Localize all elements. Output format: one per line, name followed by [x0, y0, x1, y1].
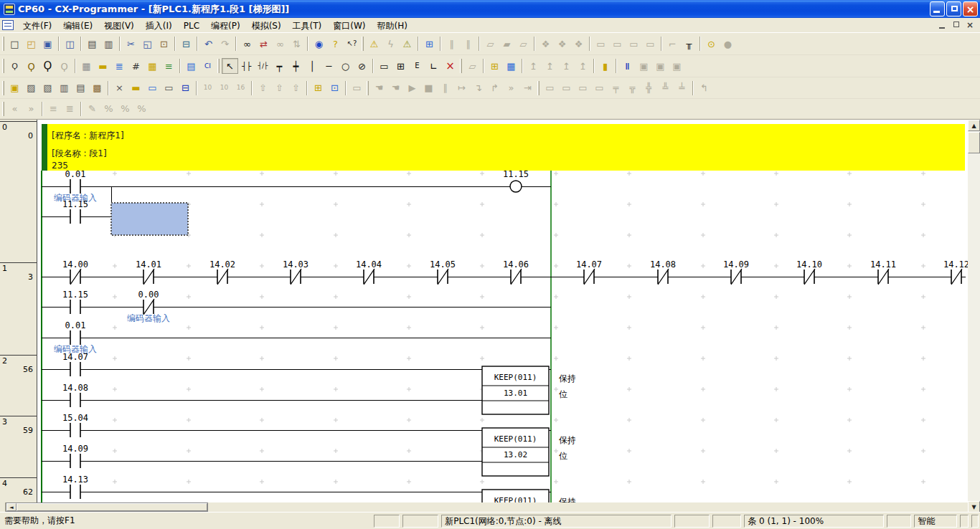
mnemonic-view-button[interactable]: ▤: [183, 58, 199, 74]
comment-list-button[interactable]: ▬: [128, 80, 144, 96]
menu-item-simulation[interactable]: 模拟(S): [246, 19, 287, 32]
instruction-button[interactable]: ▭: [376, 58, 392, 74]
ladder-view-button[interactable]: ▭: [144, 80, 161, 96]
open-button[interactable]: ◰: [23, 36, 39, 52]
local-symbols-button[interactable]: ▤: [72, 80, 89, 96]
copy-button[interactable]: ◱: [139, 36, 156, 52]
compile-check-button[interactable]: ⚠: [366, 36, 382, 52]
comment-tag-button[interactable]: ▬: [95, 58, 111, 74]
access-rights-button[interactable]: ⊙: [703, 36, 720, 52]
close-button[interactable]: ×: [963, 1, 978, 16]
io-comment-button[interactable]: #: [128, 58, 144, 74]
memory-view-button[interactable]: ⊟: [177, 80, 194, 96]
compile-all-button[interactable]: ⚠: [399, 36, 415, 52]
section-banner[interactable]: [42, 124, 965, 171]
toolbar-grip[interactable]: [362, 37, 364, 51]
toolbar-grip[interactable]: [217, 59, 220, 73]
menu-item-program[interactable]: 编程(P): [205, 19, 246, 32]
simulator-online-button[interactable]: ⊞: [421, 36, 438, 52]
zoom-fit-button[interactable]: Ϙ: [6, 58, 23, 74]
toolbar-grip[interactable]: [2, 37, 4, 51]
toolbar-grip[interactable]: [460, 59, 462, 73]
rung-header-2[interactable]: 256: [0, 355, 37, 416]
scroll-left-arrow-icon[interactable]: ◄: [6, 503, 17, 511]
minimize-button[interactable]: [930, 1, 945, 16]
ci-view-button[interactable]: CI: [199, 58, 216, 74]
closed-coil-button[interactable]: ⊘: [354, 58, 370, 74]
zoom-custom-button[interactable]: Ϙ: [23, 58, 39, 74]
block-program-button[interactable]: E: [409, 58, 425, 74]
replace-button[interactable]: ⇄: [255, 36, 272, 52]
menu-item-insert[interactable]: 插入(I): [140, 19, 178, 32]
delete-tool-button[interactable]: ×: [442, 58, 458, 74]
menu-item-window[interactable]: 窗口(W): [327, 19, 371, 32]
paste-special-button[interactable]: ⊟: [178, 36, 194, 52]
menu-item-file[interactable]: 文件(F): [17, 19, 57, 32]
ladder-canvas[interactable]: [程序名 : 新程序1][段名称 : 段1]2350.01编码器输入11.151…: [0, 120, 968, 503]
cross-reference-window-button[interactable]: ▥: [56, 80, 72, 96]
memory-card-button[interactable]: ⊞: [310, 80, 326, 96]
horizontal-scroll-thumb[interactable]: [17, 503, 207, 511]
instruction-detail-button[interactable]: ⊞: [392, 58, 409, 74]
time-chart-monitor-button[interactable]: ╥: [681, 36, 697, 52]
toolbar-grip[interactable]: [367, 81, 369, 95]
select-tool-button[interactable]: ↖: [222, 58, 238, 74]
cut-button[interactable]: ✂: [123, 36, 139, 52]
print-button[interactable]: ▤: [84, 36, 100, 52]
about-button[interactable]: ◉: [311, 36, 327, 52]
mdi-restore-button[interactable]: [951, 20, 962, 30]
rung-header-3[interactable]: 359: [0, 416, 37, 477]
contact-no-button[interactable]: ┤├: [238, 58, 255, 74]
find-button[interactable]: ∞: [239, 36, 255, 52]
or-contact-nc-button[interactable]: ┿: [288, 58, 304, 74]
address-reference-tool-button[interactable]: ▮: [597, 58, 613, 74]
grid-button[interactable]: ▦: [78, 58, 95, 74]
selected-cell[interactable]: [111, 203, 188, 235]
vertical-scroll-thumb[interactable]: [968, 132, 980, 153]
output-window-button[interactable]: ▨: [23, 80, 39, 96]
coil-button[interactable]: ○: [337, 58, 354, 74]
horizontal-scrollbar[interactable]: ◄: [6, 502, 208, 512]
scroll-down-arrow-icon[interactable]: ▼: [968, 501, 980, 512]
horizontal-line-button[interactable]: ─: [321, 58, 337, 74]
vertical-scrollbar[interactable]: ▲ ▼: [968, 120, 980, 512]
pane-splitter[interactable]: [0, 502, 6, 512]
menu-item-plc[interactable]: PLC: [178, 19, 205, 32]
toolbar-grip[interactable]: [2, 102, 4, 116]
help-button[interactable]: ?: [327, 36, 344, 52]
mdi-close-button[interactable]: ×: [964, 20, 976, 30]
print-preview-button[interactable]: ▥: [100, 36, 117, 52]
section-grid-button[interactable]: ▦: [144, 58, 161, 74]
cross-reference-report-button[interactable]: ×: [111, 80, 128, 96]
undo-button[interactable]: ↶: [200, 36, 217, 52]
menu-item-view[interactable]: 视图(V): [98, 19, 140, 32]
toolbar-grip[interactable]: [2, 81, 4, 95]
vertical-line-button[interactable]: │: [304, 58, 321, 74]
menu-item-tools[interactable]: 工具(T): [287, 19, 328, 32]
context-help-button[interactable]: ↖?: [344, 36, 360, 52]
mnemonic-window-button[interactable]: ▭: [161, 80, 177, 96]
zoom-in-button[interactable]: Ϙ: [39, 58, 56, 74]
tree-view-button[interactable]: ≡: [161, 58, 177, 74]
scroll-up-arrow-icon[interactable]: ▲: [968, 120, 980, 131]
rung-header-0[interactable]: 00: [0, 121, 37, 262]
trace-stack-button[interactable]: ⊞: [486, 58, 503, 74]
line-connect-button[interactable]: ∟: [425, 58, 442, 74]
watch-sheet-button[interactable]: ▧: [39, 80, 56, 96]
annotation-list-button[interactable]: ≣: [111, 58, 128, 74]
mdi-minimize-button[interactable]: [937, 20, 948, 30]
save-button[interactable]: ▣: [39, 36, 56, 52]
restore-button[interactable]: [946, 1, 961, 16]
data-trace-button[interactable]: ▦: [503, 58, 519, 74]
paste-button[interactable]: ⊡: [156, 36, 172, 52]
menu-item-help[interactable]: 帮助(H): [372, 19, 413, 32]
properties-button[interactable]: ▩: [89, 80, 105, 96]
toolbar-grip[interactable]: [2, 59, 4, 73]
toolbar-grip[interactable]: [537, 81, 540, 95]
or-contact-no-button[interactable]: ┯: [271, 58, 288, 74]
compile-button[interactable]: ◫: [62, 36, 78, 52]
plc-clock-button[interactable]: ⊡: [326, 80, 343, 96]
new-button[interactable]: □: [6, 36, 23, 52]
watch-window-button[interactable]: Ⅱ: [619, 58, 636, 74]
project-workspace-button[interactable]: ▣: [6, 80, 23, 96]
